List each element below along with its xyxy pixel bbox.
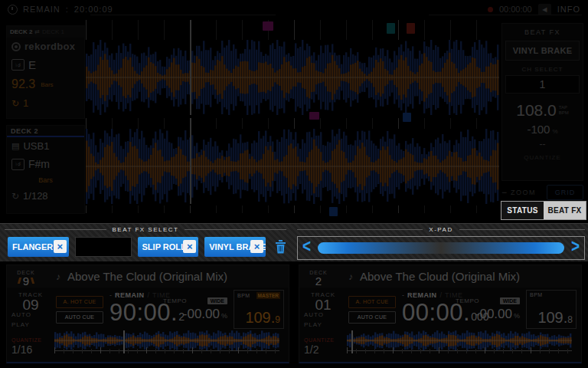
zoom-grid-row: − ZOOM GRID bbox=[501, 185, 583, 200]
top-divider-left bbox=[90, 15, 276, 15]
tempo-label: TEMPO bbox=[163, 297, 187, 304]
auto-play-label: AUTO PLAY bbox=[11, 310, 50, 330]
loop-icon: ↻ bbox=[11, 191, 19, 202]
beat-ticks-mid bbox=[86, 118, 499, 129]
master-badge: MASTER bbox=[256, 292, 280, 299]
grid-button[interactable]: GRID bbox=[547, 185, 583, 200]
close-icon[interactable]: × bbox=[250, 240, 263, 253]
bpm-label: BPM bbox=[237, 293, 250, 298]
auto-cue-chip: AUTO CUE bbox=[56, 311, 103, 324]
deck2-info-panel: DECK 2 ▤ USB1 ♭♯ F#m Bars ↻ 1/128 bbox=[6, 125, 85, 214]
track-title: Above The Cloud (Original Mix) bbox=[360, 270, 520, 283]
remain-mode-label[interactable]: REMAIN bbox=[407, 291, 437, 299]
cue-marker-teal[interactable] bbox=[387, 23, 395, 34]
deck-number: 2 bbox=[315, 277, 322, 285]
beat-fx-select-title: BEAT FX SELECT bbox=[113, 226, 179, 233]
link-bars-label: Bars bbox=[41, 81, 53, 88]
fx-param-unit: % bbox=[552, 128, 557, 135]
auto-play-label: AUTO PLAY bbox=[304, 310, 342, 330]
fx-slot-flanger[interactable]: FLANGER× bbox=[8, 237, 69, 257]
cue-marker-magenta[interactable] bbox=[263, 21, 273, 31]
fx-slot-vinyl-brake[interactable]: VINYL BRAKE× bbox=[204, 237, 266, 257]
x-pad-fill[interactable] bbox=[318, 242, 564, 254]
ch-select-label: CH SELECT bbox=[505, 66, 580, 73]
x-pad-slider[interactable]: < > bbox=[297, 236, 585, 260]
waveform-deck1 bbox=[86, 40, 499, 115]
tab-status[interactable]: STATUS bbox=[501, 202, 544, 219]
rec-time: 00:00:00 bbox=[499, 5, 532, 14]
beat-fx-title: BEAT FX bbox=[505, 28, 580, 36]
record-dot-icon bbox=[488, 7, 493, 12]
music-note-icon: ♪ bbox=[56, 271, 60, 282]
quantize-value: 1/2 bbox=[304, 345, 342, 354]
chevron-right-icon[interactable]: > bbox=[571, 235, 580, 257]
mini-waveform-canvas bbox=[54, 330, 279, 353]
tempo-value: -00.00 bbox=[475, 307, 512, 322]
remain-time: 20:00:09 bbox=[74, 5, 113, 14]
hot-cue-chip: A. HOT CUE bbox=[348, 296, 396, 308]
usb-icon: ▤ bbox=[11, 141, 19, 151]
loop-icon: ↻ bbox=[11, 98, 19, 109]
waveform-area bbox=[86, 20, 499, 213]
rekordbox-logo-text: rekordbox bbox=[24, 41, 75, 52]
chevron-left-icon[interactable]: < bbox=[302, 235, 311, 257]
tab-beat-fx[interactable]: BEAT FX bbox=[544, 202, 586, 219]
mini-waveform-canvas bbox=[347, 330, 572, 353]
link-deck-a: DECK 2 bbox=[10, 28, 32, 35]
fx-slot-slip-roll[interactable]: SLIP ROLL× bbox=[138, 237, 199, 257]
remain-dash: - bbox=[109, 291, 112, 299]
top-divider-right bbox=[429, 15, 582, 15]
on-air-mark-icon bbox=[18, 278, 21, 284]
deck2-source: USB1 bbox=[23, 140, 49, 152]
trash-icon[interactable] bbox=[275, 240, 286, 254]
track-overview-waveform[interactable] bbox=[54, 330, 284, 360]
fx-quantize-label: QUANTIZE bbox=[505, 154, 580, 161]
fx-slot-empty[interactable] bbox=[75, 237, 132, 257]
deck2-loop-value: 1/128 bbox=[23, 190, 48, 202]
quantize-value: 1/16 bbox=[11, 345, 50, 354]
beat-ticks-bottom bbox=[86, 205, 499, 213]
cue-marker-red[interactable] bbox=[407, 23, 415, 34]
sync-arrows-icon: ⇄ bbox=[34, 28, 40, 35]
link-key-value: E bbox=[28, 58, 36, 71]
x-pad-title: X-PAD bbox=[429, 226, 452, 233]
channel-select-value[interactable]: 1 bbox=[505, 75, 580, 94]
back-arrow-icon[interactable]: ◀ bbox=[538, 4, 551, 15]
info-button[interactable]: INFO bbox=[557, 5, 580, 14]
deck2-panel-header: DECK 2 bbox=[7, 126, 84, 137]
bpm-value: 109. bbox=[245, 309, 275, 327]
music-note-icon: ♪ bbox=[348, 271, 353, 282]
mini-playhead bbox=[123, 330, 125, 353]
x-pad-group: X-PAD < > bbox=[297, 225, 585, 261]
remain-mode-label[interactable]: REMAIN bbox=[115, 291, 145, 299]
cue-marker-blue[interactable] bbox=[403, 113, 411, 122]
tempo-value: -00.00 bbox=[183, 307, 220, 322]
track-number: 01 bbox=[315, 300, 331, 310]
deck2-bars-label: Bars bbox=[38, 176, 53, 184]
beat-fx-select-group: BEAT FX SELECT FLANGER× SLIP ROLL× VINYL… bbox=[5, 225, 286, 261]
close-icon[interactable]: × bbox=[183, 240, 196, 253]
zoom-label: ZOOM bbox=[511, 189, 543, 196]
deck-number: 9 bbox=[23, 277, 29, 285]
link-deck-b: DECK 1 bbox=[42, 28, 64, 35]
key-sign-icon: ♭♯ bbox=[11, 159, 24, 170]
playhead-deck1 bbox=[190, 20, 191, 115]
auto-cue-chip: AUTO CUE bbox=[348, 311, 396, 324]
fx-param-value: -100 bbox=[527, 123, 550, 136]
track-number: 09 bbox=[22, 300, 38, 310]
top-bar: REMAIN : 20:00:09 00:00:00 ◀ INFO bbox=[0, 0, 588, 18]
playhead-deck2 bbox=[190, 118, 191, 204]
beat-ticks-top bbox=[86, 20, 499, 40]
link-loop-value: 1 bbox=[23, 97, 28, 109]
clock-icon bbox=[8, 5, 18, 15]
cue-marker-blue[interactable] bbox=[329, 207, 338, 216]
cue-marker-magenta[interactable] bbox=[309, 112, 319, 120]
beat-fx-panel: BEAT FX VINYL BRAKE CH SELECT 1 108.0 TA… bbox=[501, 23, 583, 181]
fx-bpm-value: 108.0 bbox=[516, 101, 557, 120]
waveform-deck2 bbox=[86, 129, 499, 204]
link-bars-value: 92.3 bbox=[11, 77, 35, 91]
track-overview-waveform[interactable] bbox=[347, 330, 577, 360]
close-icon[interactable]: × bbox=[54, 240, 67, 253]
zoom-out-button[interactable]: − bbox=[501, 187, 507, 198]
bpm-value: 109. bbox=[537, 309, 567, 327]
